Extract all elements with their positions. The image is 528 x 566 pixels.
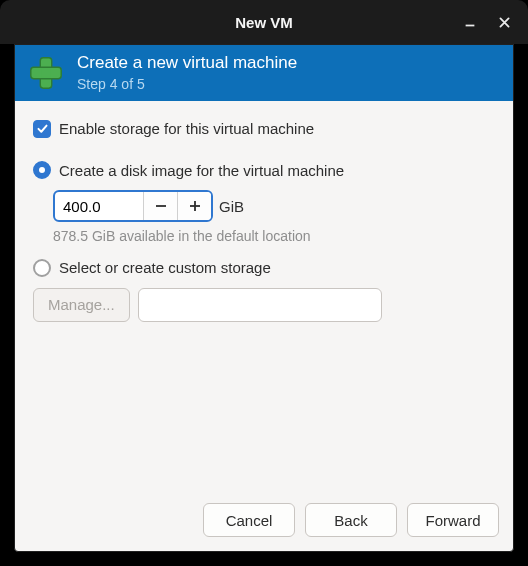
disk-size-input[interactable]: [55, 192, 143, 220]
back-button[interactable]: Back: [305, 503, 397, 537]
disk-size-row: GiB: [53, 190, 499, 222]
vm-create-icon: [27, 54, 65, 92]
window-title: New VM: [235, 14, 293, 31]
custom-storage-label: Select or create custom storage: [59, 258, 271, 278]
window-body: Create a new virtual machine Step 4 of 5…: [14, 44, 514, 552]
storage-path-input[interactable]: [138, 288, 382, 322]
create-image-row[interactable]: Create a disk image for the virtual mach…: [33, 161, 499, 181]
disk-size-spinner[interactable]: [53, 190, 213, 222]
content-area: Enable storage for this virtual machine …: [15, 101, 513, 491]
forward-button[interactable]: Forward: [407, 503, 499, 537]
svg-rect-6: [194, 201, 196, 211]
custom-storage-radio[interactable]: [33, 259, 51, 277]
wizard-header: Create a new virtual machine Step 4 of 5: [15, 45, 513, 101]
enable-storage-row[interactable]: Enable storage for this virtual machine: [33, 119, 499, 139]
titlebar-controls: [460, 0, 522, 44]
svg-rect-3: [41, 68, 51, 78]
enable-storage-label: Enable storage for this virtual machine: [59, 119, 314, 139]
minimize-button[interactable]: [460, 12, 480, 32]
increment-button[interactable]: [177, 192, 211, 220]
disk-size-unit: GiB: [219, 198, 244, 215]
manage-button: Manage...: [33, 288, 130, 322]
svg-rect-4: [156, 205, 166, 207]
create-image-radio[interactable]: [33, 161, 51, 179]
wizard-step: Step 4 of 5: [77, 76, 297, 93]
cancel-button[interactable]: Cancel: [203, 503, 295, 537]
available-space-hint: 878.5 GiB available in the default locat…: [53, 228, 499, 244]
enable-storage-checkbox[interactable]: [33, 120, 51, 138]
decrement-button[interactable]: [143, 192, 177, 220]
wizard-title: Create a new virtual machine: [77, 53, 297, 73]
titlebar: New VM: [0, 0, 528, 44]
svg-rect-0: [466, 25, 475, 27]
close-button[interactable]: [494, 12, 514, 32]
dialog-footer: Cancel Back Forward: [15, 491, 513, 551]
storage-path-row: Manage...: [33, 288, 499, 322]
wizard-header-text: Create a new virtual machine Step 4 of 5: [77, 53, 297, 92]
custom-storage-row[interactable]: Select or create custom storage: [33, 258, 499, 278]
create-image-label: Create a disk image for the virtual mach…: [59, 161, 344, 181]
